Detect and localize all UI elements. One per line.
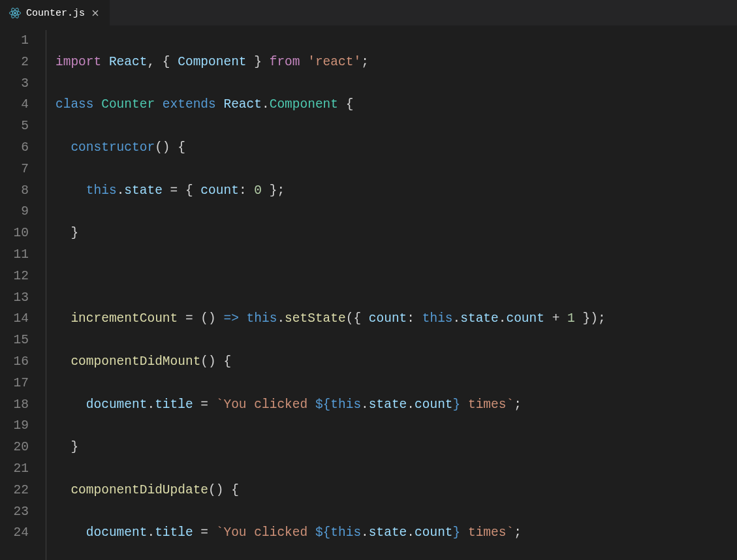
code-line[interactable]: class Counter extends React.Component { bbox=[55, 94, 606, 116]
line-number: 22 bbox=[5, 480, 29, 501]
line-number: 1 bbox=[5, 30, 29, 52]
code-editor[interactable]: 1 2 3 4 5 6 7 8 9 10 11 12 13 14 15 16 1… bbox=[0, 26, 737, 560]
line-number: 10 bbox=[5, 223, 29, 244]
tab-filename: Counter.js bbox=[26, 8, 85, 19]
code-line[interactable] bbox=[55, 266, 606, 287]
line-number: 12 bbox=[5, 266, 29, 287]
code-content[interactable]: import React, { Component } from 'react'… bbox=[46, 30, 606, 560]
line-number: 15 bbox=[5, 330, 29, 351]
editor-tabs: Counter.js bbox=[0, 0, 737, 26]
code-line[interactable]: } bbox=[55, 437, 606, 458]
line-number: 9 bbox=[5, 201, 29, 223]
line-number: 18 bbox=[5, 394, 29, 416]
line-number: 8 bbox=[5, 180, 29, 202]
code-line[interactable]: componentDidMount() { bbox=[55, 351, 606, 373]
line-number: 5 bbox=[5, 116, 29, 137]
line-number: 7 bbox=[5, 159, 29, 180]
svg-point-0 bbox=[14, 12, 16, 14]
line-number: 14 bbox=[5, 308, 29, 330]
tab-counter-js[interactable]: Counter.js bbox=[0, 0, 110, 25]
line-number: 17 bbox=[5, 373, 29, 394]
line-number: 24 bbox=[5, 522, 29, 544]
line-number: 13 bbox=[5, 287, 29, 309]
code-line[interactable]: document.title = `You clicked ${this.sta… bbox=[55, 394, 606, 416]
line-number: 23 bbox=[5, 501, 29, 523]
line-number-gutter: 1 2 3 4 5 6 7 8 9 10 11 12 13 14 15 16 1… bbox=[0, 30, 46, 560]
react-icon bbox=[9, 7, 21, 19]
line-number: 3 bbox=[5, 73, 29, 95]
line-number: 20 bbox=[5, 437, 29, 458]
code-line[interactable]: import React, { Component } from 'react'… bbox=[55, 52, 606, 73]
code-line[interactable]: incrementCount = () => this.setState({ c… bbox=[55, 308, 606, 330]
line-number: 2 bbox=[5, 52, 29, 73]
line-number: 11 bbox=[5, 244, 29, 266]
code-line[interactable]: } bbox=[55, 223, 606, 244]
close-icon[interactable] bbox=[90, 8, 101, 18]
code-line[interactable]: componentDidUpdate() { bbox=[55, 480, 606, 501]
line-number: 6 bbox=[5, 137, 29, 159]
code-line[interactable]: this.state = { count: 0 }; bbox=[55, 180, 606, 202]
code-line[interactable]: document.title = `You clicked ${this.sta… bbox=[55, 522, 606, 544]
code-line[interactable]: constructor() { bbox=[55, 137, 606, 159]
line-number: 21 bbox=[5, 458, 29, 480]
line-number: 19 bbox=[5, 415, 29, 437]
line-number: 4 bbox=[5, 94, 29, 116]
line-number: 16 bbox=[5, 351, 29, 373]
